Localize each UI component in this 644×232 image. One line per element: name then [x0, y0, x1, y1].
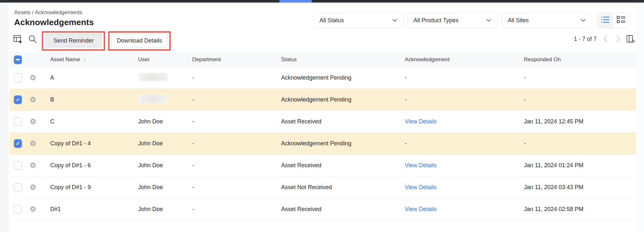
asset-name-cell: B	[50, 96, 138, 103]
breadcrumb-acknowledgements[interactable]: Acknowledgements	[35, 9, 82, 15]
department-cell: -	[192, 118, 281, 125]
status-cell: Acknowledgement Pending	[281, 96, 405, 103]
pagination: 1 - 7 of 7	[574, 35, 622, 43]
view-details-link[interactable]: View Details	[405, 118, 524, 125]
table-body: ⚙ A - Acknowledgement Pending - - ⚙ B - …	[10, 67, 636, 220]
user-cell: John Doe	[138, 118, 192, 125]
header-responded-on[interactable]: Responded On	[524, 56, 636, 63]
prev-page-button[interactable]	[601, 35, 610, 43]
status-cell: Asset Received	[281, 206, 405, 213]
table-row[interactable]: ⚙ A - Acknowledgement Pending - -	[10, 67, 636, 89]
row-checkbox[interactable]	[14, 205, 22, 214]
acknowledgements-table: Asset Name ↑ User Department Status Ackn…	[10, 53, 636, 220]
redacted-user-name	[138, 95, 168, 103]
row-controls-cell: ⚙	[10, 67, 50, 89]
table-row[interactable]: ⚙ Copy of D#1 - 6 John Doe - Asset Recei…	[10, 155, 636, 177]
row-checkbox[interactable]	[14, 73, 22, 82]
table-row[interactable]: ⚙ Copy of D#1 - 4 John Doe - Acknowledge…	[10, 133, 636, 155]
chevron-down-icon	[486, 19, 491, 22]
breadcrumb-assets[interactable]: Assets	[14, 9, 31, 15]
product-types-filter-dropdown[interactable]: All Product Types	[407, 13, 497, 28]
responded-on-cell: Jan 11, 2024 02:58 PM	[524, 206, 636, 213]
browser-chrome-accent	[279, 0, 312, 3]
next-page-button[interactable]	[614, 35, 622, 43]
row-checkbox[interactable]	[14, 139, 22, 148]
sites-filter-dropdown[interactable]: All Sites	[502, 13, 592, 28]
browser-chrome-bar	[0, 0, 644, 3]
view-toggle	[597, 13, 629, 28]
send-reminder-button[interactable]: Send Reminder	[45, 34, 102, 47]
breadcrumb-separator: /	[32, 9, 35, 15]
add-view-button[interactable]	[13, 35, 23, 44]
product-types-filter-value: All Product Types	[413, 17, 459, 24]
table-header-row: Asset Name ↑ User Department Status Ackn…	[10, 53, 636, 67]
gear-icon[interactable]: ⚙	[30, 162, 36, 169]
status-cell: Asset Received	[281, 162, 405, 169]
status-filter-value: All Status	[319, 17, 344, 24]
chevron-down-icon	[581, 19, 586, 22]
search-button[interactable]	[28, 35, 37, 44]
table-row[interactable]: ⚙ C John Doe - Asset Received View Detai…	[10, 111, 636, 133]
asset-name-cell: Copy of D#1 - 9	[50, 184, 138, 191]
row-controls-cell: ⚙	[10, 89, 50, 111]
page-title: Acknowledgements	[14, 17, 94, 27]
list-icon	[601, 16, 610, 24]
table-row[interactable]: ⚙ D#1 John Doe - Asset Received View Det…	[10, 198, 636, 220]
header-status[interactable]: Status	[281, 56, 405, 63]
left-edge-strip	[0, 3, 8, 232]
header-asset-name[interactable]: Asset Name ↑	[50, 56, 138, 63]
chevron-down-icon	[392, 19, 397, 22]
svg-text:⚙: ⚙	[631, 39, 635, 44]
select-all-checkbox[interactable]	[14, 55, 22, 64]
card-view-button[interactable]	[613, 13, 629, 28]
user-cell: John Doe	[138, 140, 192, 147]
header-department[interactable]: Department	[192, 56, 281, 63]
gear-icon[interactable]: ⚙	[30, 184, 36, 191]
download-details-button[interactable]: Download Details	[111, 34, 167, 47]
breadcrumb: Assets / Acknowledgements	[14, 9, 82, 16]
table-plus-icon	[13, 34, 22, 45]
department-cell: -	[192, 140, 281, 147]
table-row[interactable]: ⚙ Copy of D#1 - 9 John Doe - Asset Not R…	[10, 177, 636, 198]
acknowledgement-cell: -	[405, 140, 524, 147]
responded-on-cell: -	[524, 74, 636, 81]
header-acknowledgement[interactable]: Acknowledgement	[405, 56, 524, 63]
row-checkbox[interactable]	[14, 117, 22, 126]
responded-on-cell: Jan 11, 2024 01:24 PM	[524, 162, 636, 169]
user-cell	[138, 73, 192, 83]
asset-name-cell: D#1	[50, 206, 138, 213]
status-filter-dropdown[interactable]: All Status	[313, 13, 403, 28]
row-controls-cell: ⚙	[10, 198, 50, 220]
responded-on-cell: Jan 11, 2024 12:45 PM	[524, 118, 636, 125]
department-cell: -	[192, 206, 281, 213]
table-gear-icon: ⚙	[626, 34, 636, 45]
gear-icon[interactable]: ⚙	[30, 206, 36, 213]
department-cell: -	[192, 74, 281, 81]
row-checkbox[interactable]	[14, 161, 22, 170]
gear-icon[interactable]: ⚙	[30, 140, 36, 147]
list-view-button[interactable]	[597, 13, 613, 28]
header-controls-cell	[10, 53, 50, 67]
user-cell: John Doe	[138, 206, 192, 213]
status-cell: Asset Received	[281, 118, 405, 125]
asset-name-cell: A	[50, 74, 138, 81]
department-cell: -	[192, 162, 281, 169]
asset-name-cell: Copy of D#1 - 6	[50, 162, 138, 169]
gear-icon[interactable]: ⚙	[30, 74, 36, 82]
row-checkbox[interactable]	[14, 95, 22, 104]
gear-icon[interactable]: ⚙	[30, 118, 36, 125]
row-controls-cell: ⚙	[10, 133, 50, 154]
table-row[interactable]: ⚙ B - Acknowledgement Pending - -	[10, 89, 636, 111]
row-controls-cell: ⚙	[10, 155, 50, 176]
view-details-link[interactable]: View Details	[405, 184, 524, 191]
redacted-user-name	[138, 73, 168, 81]
row-checkbox[interactable]	[14, 183, 22, 192]
view-details-link[interactable]: View Details	[405, 206, 524, 213]
gear-icon[interactable]: ⚙	[30, 96, 36, 103]
header-user[interactable]: User	[138, 56, 192, 63]
view-details-link[interactable]: View Details	[405, 162, 524, 169]
card-list-icon	[617, 16, 626, 25]
right-edge-strip	[636, 3, 644, 232]
sort-ascending-icon: ↑	[83, 57, 86, 62]
column-settings-button[interactable]: ⚙	[625, 34, 636, 45]
